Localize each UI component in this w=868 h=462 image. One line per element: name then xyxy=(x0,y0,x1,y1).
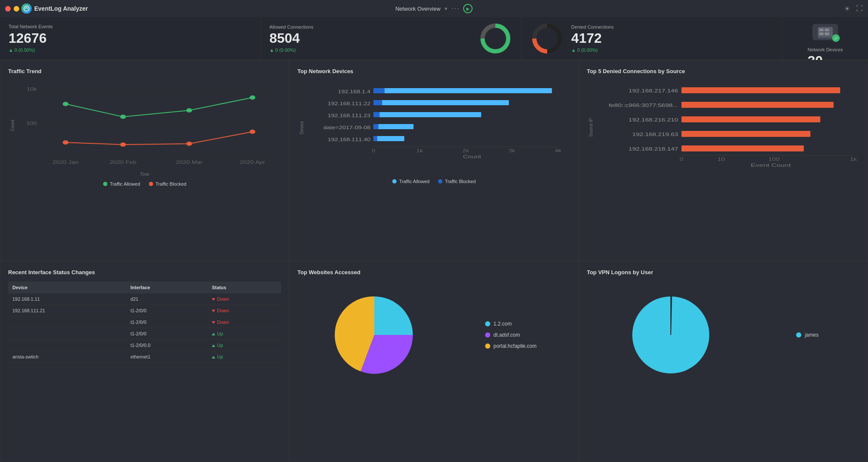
legend-allowed: Traffic Allowed xyxy=(103,181,140,187)
svg-rect-8 xyxy=(819,29,824,31)
network-devices-legend: Traffic Allowed Traffic Blocked xyxy=(297,179,570,184)
svg-rect-37 xyxy=(374,112,482,117)
x-axis-label: Time xyxy=(8,171,281,177)
svg-text:2k: 2k xyxy=(463,148,470,153)
svg-rect-31 xyxy=(374,88,552,93)
legend-1-label: 1.2.com xyxy=(494,321,512,327)
svg-text:2020 Apr: 2020 Apr xyxy=(240,160,266,165)
svg-text:100: 100 xyxy=(768,157,779,162)
cell-interface: ethernet1 xyxy=(126,351,207,363)
traffic-trend-title: Traffic Trend xyxy=(8,68,281,74)
svg-text:192.168.111.40: 192.168.111.40 xyxy=(328,137,370,142)
cell-status: Up xyxy=(207,328,281,340)
allowed-label: Allowed Connections xyxy=(270,24,472,30)
svg-text:192.168.218.147: 192.168.218.147 xyxy=(628,147,678,152)
legend-2-label: dt.adsf.com xyxy=(494,332,520,338)
table-row: t1-2/0/0Up xyxy=(8,328,281,340)
fullscreen-icon[interactable]: ⛶ xyxy=(856,5,863,12)
stats-row: Total Network Events 12676 ▲ 0 (0.00%) A… xyxy=(0,17,868,60)
svg-rect-40 xyxy=(374,124,414,129)
col-status: Status xyxy=(207,281,281,293)
svg-point-26 xyxy=(63,140,68,145)
svg-text:192.168.1.4: 192.168.1.4 xyxy=(338,89,370,94)
network-devices-chart: 192.168.1.4 192.168.111.22 192.168.111.2… xyxy=(306,80,570,170)
legend-2: dt.adsf.com xyxy=(485,332,537,338)
svg-text:192.168.219.63: 192.168.219.63 xyxy=(632,132,678,137)
theme-icon[interactable]: ☀ xyxy=(844,5,850,13)
websites-legend: 1.2.com dt.adsf.com portal.hcfaplle.com xyxy=(485,321,537,349)
websites-pie-chart xyxy=(332,292,417,378)
table-row: t1-2/0/0Down xyxy=(8,317,281,328)
svg-text:2020 Jan: 2020 Jan xyxy=(53,160,79,165)
total-events-value: 12676 xyxy=(9,31,252,45)
top-vpn-title: Top VPN Logons by User xyxy=(587,269,860,275)
top-websites-panel: Top Websites Accessed 1.2.com dt.adsf xyxy=(289,261,578,462)
denied-chart: 192.168.217.146 fe80::c966:3077:5698... … xyxy=(595,80,860,170)
svg-text:fe80::c966:3077:5698...: fe80::c966:3077:5698... xyxy=(609,103,678,108)
legend-allowed-dot xyxy=(103,182,107,186)
nd-legend-blocked: Traffic Blocked xyxy=(438,179,476,184)
svg-point-23 xyxy=(120,115,126,119)
denied-y-label: Source IP xyxy=(589,118,593,137)
svg-text:0: 0 xyxy=(372,148,376,153)
legend-blocked: Traffic Blocked xyxy=(149,181,187,187)
svg-rect-10 xyxy=(819,33,824,35)
cell-interface: t1-2/0/0 xyxy=(126,305,207,317)
cell-status: Up xyxy=(207,351,281,363)
svg-rect-53 xyxy=(681,87,840,93)
brand-logo: EventLog Analyzer xyxy=(21,3,88,14)
cell-status: Down xyxy=(207,317,281,328)
vpn-pie-chart xyxy=(628,292,714,378)
svg-rect-55 xyxy=(681,102,834,108)
vpn-legend-james-dot xyxy=(796,332,801,338)
devices-label: Network Devices xyxy=(808,47,843,52)
stat-allowed: Allowed Connections 8504 ▲ 0 (0.00%) xyxy=(261,17,522,59)
svg-text:2020 Mar: 2020 Mar xyxy=(176,160,203,165)
header-nav: Network Overview ▼ ··· ▶ xyxy=(395,4,473,13)
titlebar: EventLog Analyzer Network Overview ▼ ···… xyxy=(0,0,868,17)
traffic-trend-chart: 10k 100 2020 Jan 2020 Feb 2020 Mar 2020 … xyxy=(17,80,281,166)
table-row: arista-swtichethernet1Up xyxy=(8,351,281,363)
stat-devices: ✓ Network Devices 30 View All Devices xyxy=(782,17,868,59)
vpn-legend-james: james xyxy=(796,332,818,338)
cell-device: arista-swtich xyxy=(8,351,126,363)
allowed-value: 8504 xyxy=(270,31,472,45)
dropdown-arrow-icon[interactable]: ▼ xyxy=(444,6,448,11)
svg-text:1k: 1k xyxy=(850,157,857,162)
total-events-delta: ▲ 0 (0.00%) xyxy=(9,47,252,53)
svg-text:3k: 3k xyxy=(509,148,515,153)
device-check-icon: ✓ xyxy=(832,34,840,42)
allowed-delta: ▲ 0 (0.00%) xyxy=(270,47,472,53)
traffic-trend-panel: Traffic Trend Count 10k 100 2020 Jan xyxy=(0,60,289,261)
close-button[interactable] xyxy=(5,6,11,12)
main-grid: Traffic Trend Count 10k 100 2020 Jan xyxy=(0,60,868,462)
nd-legend-allowed: Traffic Allowed xyxy=(392,179,430,184)
cell-device: 192.168.1.11 xyxy=(8,293,126,305)
play-button[interactable]: ▶ xyxy=(463,4,473,13)
svg-text:date=2017-09-08: date=2017-09-08 xyxy=(323,125,370,130)
minimize-button[interactable] xyxy=(14,6,19,12)
svg-text:192.168.111.23: 192.168.111.23 xyxy=(328,113,370,118)
cell-status: Down xyxy=(207,293,281,305)
svg-point-25 xyxy=(249,95,255,100)
vpn-legend: james xyxy=(796,332,818,338)
svg-point-0 xyxy=(24,6,29,11)
denied-connections-title: Top 5 Denied Connections by Source xyxy=(587,68,860,74)
svg-point-29 xyxy=(249,130,255,134)
table-row: 192.168.111.21t1-2/0/0Down xyxy=(8,305,281,317)
svg-rect-11 xyxy=(825,33,829,35)
denied-value: 4172 xyxy=(571,31,773,45)
stat-total-events: Total Network Events 12676 ▲ 0 (0.00%) xyxy=(0,17,261,59)
svg-rect-12 xyxy=(818,37,832,38)
svg-text:192.168.216.210: 192.168.216.210 xyxy=(628,118,678,123)
svg-rect-61 xyxy=(681,145,804,151)
svg-rect-57 xyxy=(681,116,821,122)
top-vpn-panel: Top VPN Logons by User james xyxy=(579,261,868,462)
y-axis-label: Count xyxy=(10,120,15,131)
svg-point-27 xyxy=(120,142,126,147)
svg-point-28 xyxy=(187,142,192,146)
device-icon: ✓ xyxy=(812,24,838,40)
legend-1: 1.2.com xyxy=(485,321,537,327)
legend-3: portal.hcfaplle.com xyxy=(485,343,537,349)
svg-rect-9 xyxy=(825,29,829,31)
